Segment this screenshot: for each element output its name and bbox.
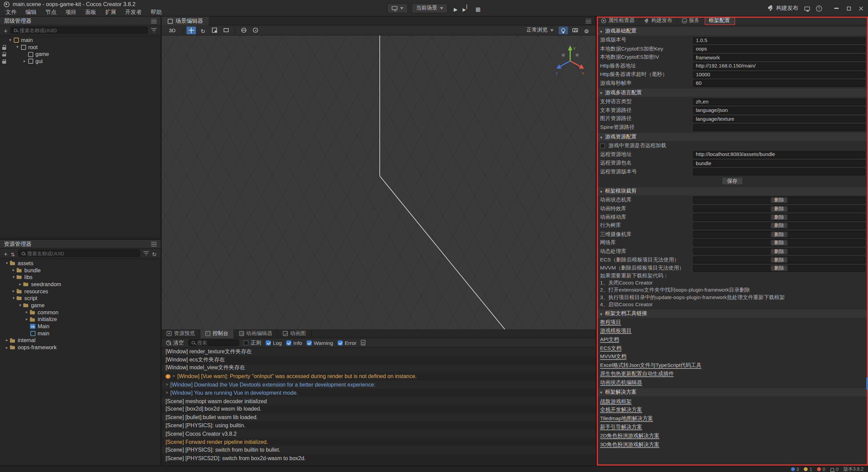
log-filter-toggle[interactable]: Error — [338, 340, 357, 346]
log-row[interactable]: [Window] model_view文件夹存在 — [162, 364, 596, 372]
filter-checkbox[interactable] — [307, 340, 312, 345]
sort-assets-icon[interactable] — [11, 248, 15, 258]
property-input[interactable] — [693, 54, 865, 61]
log-row[interactable]: [Scene] meshopt wasm decoder initialized — [162, 397, 596, 405]
panel-menu-icon[interactable] — [151, 19, 157, 23]
expand-arrow-icon[interactable] — [24, 310, 29, 314]
log-row[interactable]: [Scene] Cocos Creator v3.8.2 — [162, 430, 596, 438]
expand-arrow-icon[interactable] — [24, 317, 29, 321]
save-button[interactable]: 保存 — [722, 177, 743, 185]
expand-arrow-icon[interactable] — [11, 268, 16, 272]
hierarchy-search-input[interactable] — [20, 27, 144, 33]
doc-link[interactable]: ECS文档 — [597, 344, 868, 352]
log-filter-toggle[interactable]: Warning — [307, 340, 333, 346]
expand-caret-icon[interactable] — [165, 390, 168, 395]
doc-link[interactable]: 原生包热更新配置自动生成插件 — [597, 370, 868, 378]
section-doc-links[interactable]: 框架文档工具链接 — [597, 309, 868, 317]
property-input[interactable] — [693, 107, 865, 114]
doc-link[interactable]: API文档 — [597, 335, 868, 344]
property-input[interactable] — [693, 98, 865, 105]
regex-toggle[interactable]: 正则 — [243, 339, 261, 346]
rotate-tool-button[interactable] — [198, 26, 208, 34]
current-scene-dropdown[interactable]: 当前场景 — [412, 3, 448, 13]
lighting-toggle-button[interactable] — [558, 26, 568, 34]
asset-row[interactable]: internal — [0, 337, 160, 344]
step-frame-button[interactable] — [462, 3, 466, 13]
transform-space-button[interactable] — [239, 26, 249, 34]
scene-editor-tab[interactable]: 场景编辑器 — [162, 16, 209, 25]
console-area-tab[interactable]: 控制台 — [200, 329, 234, 338]
section-language-config[interactable]: 游戏多语言配置 — [597, 88, 868, 97]
expand-arrow-icon[interactable] — [11, 296, 16, 300]
inspector-tab[interactable]: 属性检查器 — [597, 17, 640, 25]
section-basic-config[interactable]: 游戏基础配置 — [597, 27, 868, 35]
doc-link[interactable]: 动画状态机编辑器 — [597, 378, 868, 387]
solution-link[interactable]: 新手引导解决方案 — [597, 423, 868, 431]
build-publish-button[interactable]: 构建发布 — [767, 4, 798, 12]
delete-module-button[interactable]: 删除 — [770, 214, 788, 220]
property-input[interactable] — [693, 168, 865, 175]
delete-module-button[interactable]: 删除 — [770, 197, 788, 203]
delete-module-button[interactable]: 删除 — [770, 206, 788, 212]
notification-count[interactable]: 0 — [830, 467, 839, 472]
doc-link[interactable]: Excel格式转Json文件与TypeScript代码工具 — [597, 361, 868, 370]
rect-tool-button[interactable] — [221, 26, 231, 34]
menu-item[interactable]: 节点 — [41, 8, 61, 16]
console-area-tab[interactable]: 资源预览 — [162, 329, 200, 338]
property-input[interactable] — [693, 62, 865, 69]
log-row[interactable]: [Window] Download the Vue Devtools exten… — [162, 380, 596, 389]
menu-item[interactable]: 项目 — [61, 8, 81, 16]
solution-link[interactable]: 战旗游戏框架 — [597, 397, 868, 406]
hierarchy-node-row[interactable]: game — [0, 51, 160, 58]
inspector-tab[interactable]: 构建发布 — [640, 17, 677, 25]
axis-gizmo[interactable]: y x z — [554, 43, 587, 76]
log-row[interactable]: [Scene] [PHYSICS]: switch from builtin t… — [162, 446, 596, 454]
remote-load-checkbox[interactable] — [600, 143, 605, 149]
filter-checkbox[interactable] — [266, 340, 271, 345]
expand-arrow-icon[interactable] — [4, 346, 9, 350]
asset-row[interactable]: Main — [0, 323, 160, 330]
error-count[interactable]: 0 — [817, 467, 825, 472]
property-input[interactable] — [693, 45, 865, 52]
menu-item[interactable]: 扩展 — [101, 8, 121, 16]
doc-link[interactable]: MVVM文档 — [597, 353, 868, 361]
property-input[interactable] — [693, 37, 865, 44]
panel-menu-icon[interactable] — [151, 242, 157, 246]
log-row[interactable]: [Window] You are running Vue in developm… — [162, 389, 596, 397]
property-input[interactable] — [693, 160, 865, 166]
delete-module-button[interactable]: 删除 — [770, 223, 788, 229]
pivot-toggle-button[interactable] — [251, 26, 260, 34]
asset-row[interactable]: resources — [0, 288, 160, 295]
solution-link[interactable]: Tiledmap地图解决方案 — [597, 414, 868, 423]
property-input[interactable] — [693, 71, 865, 78]
preview-target-dropdown[interactable] — [387, 3, 408, 13]
assets-search[interactable] — [18, 250, 140, 257]
doc-link[interactable]: 教程项目 — [597, 318, 868, 327]
expand-arrow-icon[interactable] — [18, 303, 23, 307]
asset-row[interactable]: bundle — [0, 267, 160, 274]
help-icon[interactable] — [816, 5, 822, 12]
log-filter-toggle[interactable]: Log — [266, 340, 282, 346]
expand-arrow-icon[interactable] — [4, 338, 9, 342]
menu-item[interactable]: 开发者 — [121, 8, 146, 16]
filter-checkbox[interactable] — [338, 340, 343, 345]
move-tool-button[interactable] — [186, 26, 196, 34]
collapse-logs-icon[interactable] — [361, 340, 365, 345]
info-count[interactable]: 3 — [791, 467, 799, 472]
preview-window-icon[interactable] — [804, 6, 810, 10]
log-filter-toggle[interactable]: Info — [286, 340, 302, 346]
log-row[interactable]: [Window] render_texture文件夹存在 — [162, 348, 596, 356]
filter-icon[interactable] — [151, 28, 157, 32]
log-row[interactable]: [Scene] [box2d]:box2d wasm lib loaded. — [162, 405, 596, 413]
clear-console-button[interactable]: 清空 — [166, 339, 184, 346]
property-input[interactable] — [693, 115, 865, 122]
log-row[interactable]: [Scene] [bullet]:bullet wasm lib loaded. — [162, 413, 596, 421]
warning-count[interactable]: 1 — [804, 467, 812, 472]
play-button[interactable] — [454, 3, 457, 13]
section-resource-config[interactable]: 游戏资源配置 — [597, 133, 868, 141]
asset-row[interactable]: assets — [0, 260, 160, 267]
expand-arrow-icon[interactable] — [11, 289, 16, 293]
asset-row[interactable]: seedrandom — [0, 281, 160, 288]
console-area-tab[interactable]: 动画编辑器 — [234, 329, 278, 338]
filter-icon[interactable] — [143, 251, 149, 255]
